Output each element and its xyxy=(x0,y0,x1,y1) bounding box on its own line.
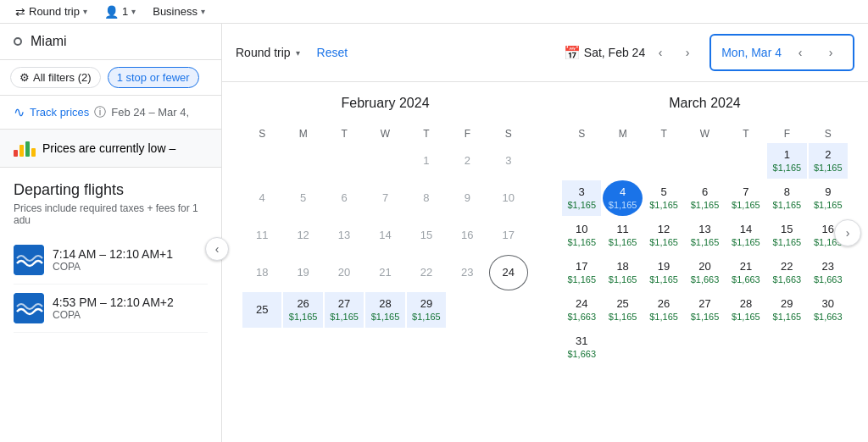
calendar-day[interactable]: 27$1,165 xyxy=(685,292,724,328)
calendar-day[interactable]: 25 xyxy=(242,292,281,328)
day-price: $1,165 xyxy=(773,163,802,174)
return-date-next[interactable]: › xyxy=(819,41,843,64)
calendar-day[interactable]: 10 xyxy=(489,180,528,216)
calendar-day[interactable]: 3 xyxy=(489,143,528,179)
calendar-day[interactable]: 22 xyxy=(407,255,446,290)
calendar-day[interactable]: 12$1,165 xyxy=(644,218,683,253)
day-number: 9 xyxy=(825,185,831,200)
flight-item-1[interactable]: 7:14 AM – 12:10 AM+1 COPA xyxy=(14,236,208,285)
calendar-day[interactable]: 3$1,165 xyxy=(562,180,601,216)
calendar-day[interactable]: 27$1,165 xyxy=(325,292,364,328)
calendar-day[interactable]: 5$1,165 xyxy=(644,180,683,216)
day-price: $1,663 xyxy=(691,274,720,285)
passengers-chevron: ▾ xyxy=(131,7,136,16)
calendar-day[interactable]: 5 xyxy=(283,180,322,216)
track-prices-dates: Feb 24 – Mar 4, xyxy=(111,106,189,119)
calendar-day[interactable]: 20$1,663 xyxy=(685,255,724,290)
calendar-day[interactable]: 29$1,165 xyxy=(407,292,446,328)
departure-date-selector[interactable]: 📅 Sat, Feb 24 ‹ › xyxy=(564,41,699,64)
calendar-day[interactable]: 30$1,663 xyxy=(809,292,848,328)
all-filters-button[interactable]: ⚙ All filters (2) xyxy=(10,67,101,88)
calendar-day[interactable]: 4$1,165 xyxy=(603,180,642,216)
calendar-day[interactable]: 13 xyxy=(325,218,364,253)
calendar-day[interactable]: 7$1,165 xyxy=(726,180,765,216)
return-date-prev[interactable]: ‹ xyxy=(788,41,812,64)
calendar-day[interactable]: 11$1,165 xyxy=(603,218,642,253)
return-date-selector[interactable]: Mon, Mar 4 ‹ › xyxy=(709,34,854,71)
calendar-day[interactable]: 31$1,663 xyxy=(562,329,601,365)
departure-date-next[interactable]: › xyxy=(676,41,699,64)
calendar-day[interactable]: 29$1,165 xyxy=(767,292,806,328)
day-price: $1,165 xyxy=(691,200,720,211)
calendar-day[interactable]: 1$1,165 xyxy=(767,143,806,179)
track-prices-row[interactable]: ∿ Track prices ⓘ Feb 24 – Mar 4, xyxy=(0,96,221,130)
scroll-right-button[interactable]: › xyxy=(834,219,861,246)
calendar-day[interactable]: 23 xyxy=(448,255,487,290)
calendar-day[interactable]: 19$1,165 xyxy=(644,255,683,290)
day-number: 19 xyxy=(658,260,670,274)
calendar-trip-type-selector[interactable]: Round trip ▾ xyxy=(236,46,300,59)
calendar-day[interactable]: 6 xyxy=(325,180,364,216)
departure-date-prev[interactable]: ‹ xyxy=(648,41,672,64)
stops-filter-button[interactable]: 1 stop or fewer xyxy=(108,67,199,88)
calendar-day[interactable]: 1 xyxy=(407,143,446,179)
calendar-day[interactable]: 16 xyxy=(448,218,487,253)
calendar-day[interactable]: 28$1,165 xyxy=(365,292,404,328)
calendar-day[interactable]: 2 xyxy=(448,143,487,179)
calendar-day[interactable]: 21$1,663 xyxy=(726,255,765,290)
calendar-day[interactable]: 20 xyxy=(325,255,364,290)
calendar-day[interactable]: 14 xyxy=(365,218,404,253)
calendar-day[interactable]: 22$1,663 xyxy=(767,255,806,290)
day-number: 9 xyxy=(465,191,470,206)
calendar-day[interactable]: 9 xyxy=(448,180,487,216)
calendar-day[interactable]: 6$1,165 xyxy=(685,180,724,216)
search-city: Miami xyxy=(31,34,67,49)
calendar-day[interactable]: 19 xyxy=(283,255,322,290)
cabin-class-selector[interactable]: Business ▾ xyxy=(147,3,210,19)
reset-button[interactable]: Reset xyxy=(317,46,348,59)
calendar-day[interactable]: 18 xyxy=(242,255,281,290)
collapse-panel-button[interactable]: ‹ xyxy=(205,237,229,261)
calendar-day[interactable]: 9$1,165 xyxy=(809,180,848,216)
feb-header-s2: S xyxy=(489,124,528,143)
calendar-trip-type-chevron: ▾ xyxy=(296,48,300,58)
search-dot-icon xyxy=(14,37,22,46)
top-bar: ⇄ Round trip ▾ 👤 1 ▾ Business ▾ xyxy=(0,0,868,24)
calendar-day[interactable]: 28$1,165 xyxy=(726,292,765,328)
calendar-day[interactable]: 24$1,663 xyxy=(562,292,601,328)
calendar-day[interactable]: 18$1,165 xyxy=(603,255,642,290)
calendar-day[interactable]: 15 xyxy=(407,218,446,253)
day-number: 16 xyxy=(461,229,473,243)
calendar-day[interactable]: 24 xyxy=(489,255,528,290)
passengers-selector[interactable]: 👤 1 ▾ xyxy=(99,3,141,20)
mar-header-t2: T xyxy=(726,124,765,143)
calendar-day[interactable]: 14$1,165 xyxy=(726,218,765,253)
calendar-day[interactable]: 23$1,663 xyxy=(809,255,848,290)
calendar-day[interactable]: 2$1,165 xyxy=(809,143,848,179)
calendar-day[interactable]: 21 xyxy=(365,255,404,290)
calendar-day[interactable]: 10$1,165 xyxy=(562,218,601,253)
calendar-day[interactable]: 13$1,165 xyxy=(685,218,724,253)
flight-item-2[interactable]: 4:53 PM – 12:10 AM+2 COPA xyxy=(14,285,208,333)
day-price: $1,165 xyxy=(567,200,596,211)
cabin-class-label: Business xyxy=(153,5,198,18)
calendar-day[interactable]: 11 xyxy=(242,218,281,253)
feb-header-t2: T xyxy=(407,124,446,143)
day-price: $1,663 xyxy=(814,312,843,323)
calendar-day[interactable]: 26$1,165 xyxy=(644,292,683,328)
search-field[interactable]: Miami xyxy=(0,24,221,60)
day-number: 16 xyxy=(822,223,834,237)
calendar-day[interactable]: 7 xyxy=(365,180,404,216)
calendar-day[interactable]: 4 xyxy=(242,180,281,216)
calendar-day[interactable]: 12 xyxy=(283,218,322,253)
calendar-day[interactable]: 17$1,165 xyxy=(562,255,601,290)
calendar-day[interactable]: 8$1,165 xyxy=(767,180,806,216)
calendar-day[interactable]: 26$1,165 xyxy=(283,292,322,328)
trip-type-selector[interactable]: ⇄ Round trip ▾ xyxy=(10,3,92,20)
calendar-day[interactable]: 15$1,165 xyxy=(767,218,806,253)
flight-airline-2: COPA xyxy=(53,309,174,321)
calendar-day[interactable]: 17 xyxy=(489,218,528,253)
return-date-label: Mon, Mar 4 xyxy=(721,46,782,59)
calendar-day[interactable]: 8 xyxy=(407,180,446,216)
calendar-day[interactable]: 25$1,165 xyxy=(603,292,642,328)
